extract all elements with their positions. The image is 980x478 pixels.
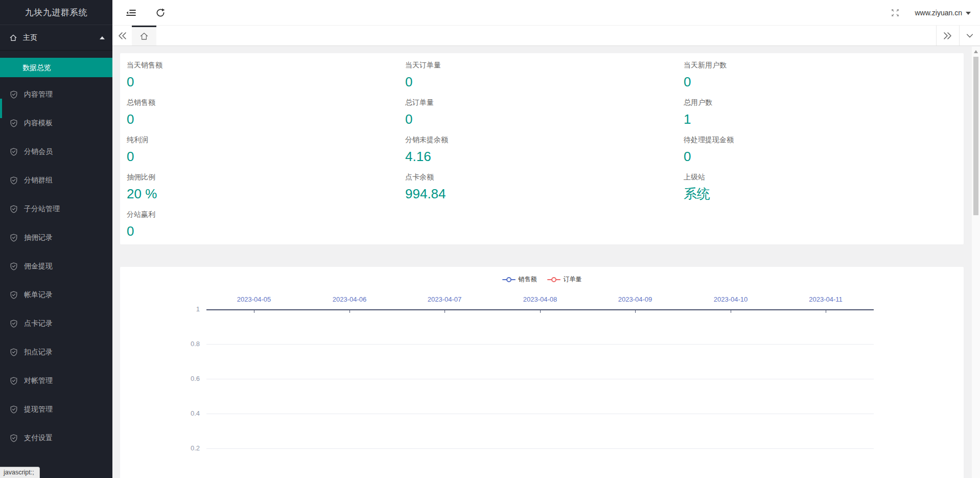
- gridline: [206, 379, 874, 379]
- chevron-down-icon: [966, 12, 971, 15]
- sidebar-item-home[interactable]: 主页: [0, 25, 112, 51]
- x-axis-label: 2023-04-07: [428, 295, 462, 303]
- sidebar-item[interactable]: 对帐管理: [0, 367, 112, 395]
- axis-tick: [254, 310, 254, 313]
- sidebar-item[interactable]: 子分站管理: [0, 195, 112, 223]
- fullscreen-button[interactable]: [885, 0, 905, 26]
- shield-check-icon: [10, 148, 18, 156]
- domain-dropdown[interactable]: www.ziyuan.cn: [911, 0, 975, 26]
- sidebar-item[interactable]: 分销会员: [0, 138, 112, 166]
- legend-item-sales[interactable]: 销售额: [502, 275, 537, 284]
- top-navbar: www.ziyuan.cn: [112, 0, 980, 26]
- y-axis-label: 1: [177, 305, 200, 314]
- stat-parent-station: 上级站 系统: [684, 172, 939, 209]
- scrollbar-thumb[interactable]: [973, 57, 978, 215]
- collapse-caret-icon[interactable]: [100, 36, 105, 39]
- tabs-scroll-right-button[interactable]: [936, 26, 959, 45]
- sidebar-item[interactable]: 抽佣记录: [0, 223, 112, 252]
- sidebar-item[interactable]: 扣点记录: [0, 338, 112, 367]
- stat-total-orders: 总订单量 0: [405, 97, 661, 134]
- stats-column-1: 当天销售额 0 总销售额 0 纯利润 0 抽佣比例 20 % 分站赢利 0: [127, 60, 382, 246]
- sidebar-item[interactable]: 支付设置: [0, 424, 112, 452]
- stat-pending-withdrawal: 待处理提现金额 0: [684, 134, 939, 172]
- x-axis-label: 2023-04-05: [237, 295, 271, 303]
- y-axis-label: 0.4: [177, 409, 200, 418]
- sidebar-item[interactable]: 点卡记录: [0, 309, 112, 338]
- y-axis-label: 0.2: [177, 444, 200, 453]
- stats-column-3: 当天新用户数 0 总用户数 1 待处理提现金额 0 上级站 系统: [684, 60, 939, 209]
- stat-net-profit: 纯利润 0: [127, 134, 382, 172]
- stat-substation-profit: 分站赢利 0: [127, 209, 382, 246]
- content-scrollbar: [972, 47, 980, 478]
- y-axis-label: 0.8: [177, 339, 200, 349]
- axis-tick: [349, 310, 350, 313]
- x-axis-label: 2023-04-06: [333, 295, 367, 303]
- domain-label: www.ziyuan.cn: [915, 9, 962, 17]
- app-title: 九块九进群系统: [0, 0, 112, 25]
- stat-total-sales: 总销售额 0: [127, 97, 382, 134]
- sidebar-toggle-icon: [125, 8, 136, 17]
- axis-tick: [540, 310, 541, 313]
- shield-check-icon: [10, 348, 18, 356]
- x-axis-label: 2023-04-08: [523, 295, 557, 303]
- sidebar-menu: 内容管理 内容模板 分销会员 分销群组 子分站管理 抽佣记录 佣金提现 帐单记录…: [0, 80, 112, 452]
- shield-check-icon: [10, 405, 18, 414]
- sidebar-item-data-overview[interactable]: 数据总览: [0, 58, 112, 77]
- shield-check-icon: [10, 434, 18, 442]
- stat-commission-rate: 抽佣比例 20 %: [127, 172, 382, 209]
- shield-check-icon: [10, 320, 18, 328]
- chevron-down-icon: [966, 32, 974, 39]
- line-marker-icon: [547, 277, 561, 282]
- shield-check-icon: [10, 176, 18, 185]
- shield-check-icon: [10, 234, 18, 242]
- chart-legend: 销售额 订单量: [120, 275, 964, 284]
- sidebar: 九块九进群系统 主页 数据总览 内容管理 内容模板 分销会员 分销群组 子分站管…: [0, 0, 112, 478]
- shield-check-icon: [10, 377, 18, 385]
- stat-unwithdrawn-balance: 分销未提余额 4.16: [405, 134, 661, 172]
- refresh-icon: [155, 8, 166, 18]
- sidebar-item[interactable]: 分销群组: [0, 166, 112, 195]
- stat-today-new-users: 当天新用户数 0: [684, 60, 939, 97]
- tabs-scroll-left-button[interactable]: [112, 26, 132, 45]
- status-bar-link-preview: javascript:;: [0, 467, 40, 478]
- axis-tick: [635, 310, 636, 313]
- refresh-button[interactable]: [149, 0, 172, 26]
- stat-today-sales: 当天销售额 0: [127, 60, 382, 97]
- shield-check-icon: [10, 205, 18, 213]
- x-axis-label: 2023-04-11: [809, 295, 843, 303]
- shield-check-icon: [10, 262, 18, 270]
- shield-check-icon: [10, 119, 18, 127]
- tabs-menu-button[interactable]: [959, 26, 980, 45]
- axis-tick: [445, 310, 445, 313]
- scroll-up-arrow[interactable]: [974, 50, 978, 53]
- sidebar-item[interactable]: 提现管理: [0, 395, 112, 424]
- home-icon: [9, 34, 17, 42]
- fullscreen-icon: [891, 8, 900, 17]
- sidebar-item[interactable]: 内容管理: [0, 80, 112, 109]
- gridline: [206, 344, 874, 345]
- stat-card-balance: 点卡余额 994.84: [405, 172, 661, 209]
- sidebar-item[interactable]: 内容模板: [0, 109, 112, 138]
- sidebar-scrollbar-thumb[interactable]: [0, 99, 2, 118]
- y-axis-label: 0.6: [177, 374, 200, 383]
- chart-card: 销售额 订单量 2023-04-05 2023-04-06 2023-04-07…: [120, 267, 964, 478]
- home-tab-icon: [139, 32, 149, 41]
- sidebar-home-label: 主页: [23, 33, 37, 42]
- shield-check-icon: [10, 90, 18, 99]
- sidebar-item[interactable]: 佣金提现: [0, 252, 112, 281]
- stat-today-orders: 当天订单量 0: [405, 60, 661, 97]
- tab-home[interactable]: [132, 26, 156, 45]
- double-chevron-right-icon: [943, 32, 952, 40]
- sidebar-toggle-button[interactable]: [120, 0, 142, 26]
- x-axis-label: 2023-04-10: [714, 295, 748, 303]
- legend-item-orders[interactable]: 订单量: [547, 275, 582, 284]
- sidebar-item[interactable]: 帐单记录: [0, 281, 112, 309]
- axis-tick: [826, 310, 826, 313]
- stat-total-users: 总用户数 1: [684, 97, 939, 134]
- gridline: [206, 414, 874, 414]
- line-marker-icon: [502, 277, 516, 282]
- shield-check-icon: [10, 291, 18, 299]
- app-window: 九块九进群系统 主页 数据总览 内容管理 内容模板 分销会员 分销群组 子分站管…: [0, 0, 980, 478]
- double-chevron-left-icon: [118, 32, 127, 40]
- stats-column-2: 当天订单量 0 总订单量 0 分销未提余额 4.16 点卡余额 994.84: [405, 60, 661, 209]
